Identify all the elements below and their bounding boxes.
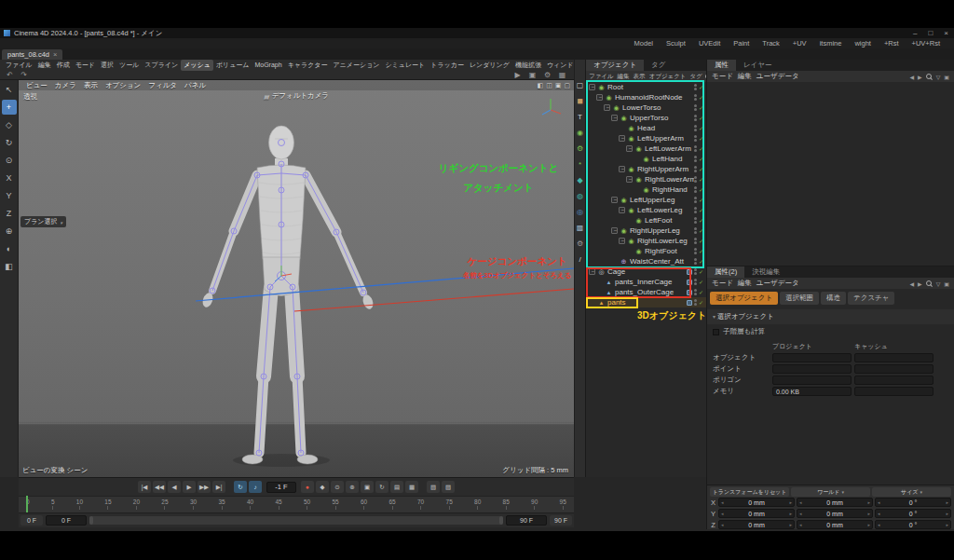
info-mode-button[interactable]: 選択オブジェクト (710, 292, 778, 305)
visibility-dots[interactable] (694, 94, 697, 101)
tree-row[interactable]: Head (586, 123, 706, 133)
menu-item[interactable]: 編集 (35, 60, 54, 71)
record-position-toggle[interactable]: ⊕ (346, 481, 359, 493)
enabled-check-icon[interactable] (699, 186, 704, 193)
menu-item[interactable]: アニメーション (330, 60, 382, 71)
enabled-check-icon[interactable] (699, 166, 704, 172)
next-frame-button[interactable]: ▶▶ (198, 481, 211, 493)
loop-toggle[interactable]: ↻ (234, 481, 247, 493)
object-manager-menu-item[interactable]: 編集 (617, 73, 631, 81)
menu-item[interactable]: シミュレート (382, 60, 428, 71)
lock-panel-icon[interactable] (944, 280, 949, 288)
settings-gear-icon[interactable]: ⚙ (577, 240, 583, 248)
range-track[interactable] (89, 516, 503, 525)
position-field[interactable]: 0 mm (718, 498, 795, 507)
cube-primitive-icon[interactable]: ◼ (577, 98, 583, 105)
last-used-tool[interactable]: ⊙ (2, 153, 17, 168)
generator-icon[interactable]: ⚙ (577, 145, 583, 153)
visibility-dots[interactable] (694, 238, 697, 244)
tree-row[interactable]: HumanoidRootNode (586, 92, 706, 102)
enabled-check-icon[interactable] (699, 289, 704, 295)
info-mode-button[interactable]: テクスチャ (848, 292, 894, 305)
object-manager-tab[interactable]: タグ (644, 60, 673, 71)
search-icon[interactable] (926, 74, 933, 80)
object-manager-menu-item[interactable]: オブジェクト (648, 73, 688, 81)
info-mode-button[interactable]: 選択範囲 (780, 292, 819, 305)
document-tab-close-icon[interactable]: × (53, 50, 57, 59)
visibility-dots[interactable] (694, 186, 697, 193)
position-field[interactable]: 0 mm (718, 520, 795, 529)
tree-row[interactable]: RightLowerArm (586, 174, 706, 184)
visibility-dots[interactable] (694, 84, 697, 90)
divider[interactable] (227, 481, 232, 493)
visibility-dots[interactable] (694, 227, 697, 234)
menu-item[interactable]: ツール (116, 60, 142, 71)
layout-tab[interactable]: Sculpt (660, 38, 692, 48)
go-to-end-button[interactable]: ▶| (212, 481, 225, 493)
visibility-dots[interactable] (694, 166, 697, 172)
expander-icon[interactable] (619, 207, 625, 213)
scale-tool[interactable]: ◇ (2, 117, 17, 132)
tree-row[interactable]: LeftLowerArm (586, 143, 706, 154)
rotation-field[interactable]: 0 ° (875, 509, 951, 518)
solo-toggle[interactable]: ▨ (442, 481, 455, 493)
expander-icon[interactable] (596, 94, 603, 101)
enabled-check-icon[interactable] (699, 238, 704, 244)
tree-row[interactable]: Root (586, 82, 706, 92)
menu-item[interactable]: モード (73, 60, 98, 71)
enabled-check-icon[interactable] (699, 227, 704, 234)
keyframe-selection-toggle[interactable]: ⊙ (331, 481, 344, 493)
render-view-icon[interactable]: ▶ (511, 71, 524, 80)
object-manager-menu-item[interactable]: 表示 (633, 73, 647, 81)
expander-icon[interactable] (619, 166, 625, 172)
enabled-check-icon[interactable] (699, 258, 704, 265)
snap-toggle[interactable]: ◧ (2, 259, 17, 274)
visibility-dots[interactable] (694, 299, 697, 306)
layout-tab[interactable]: +Rst (878, 38, 906, 48)
visibility-dots[interactable] (694, 115, 697, 121)
close-button[interactable]: × (938, 28, 954, 38)
tree-row[interactable]: RightHand (586, 184, 706, 195)
tree-row[interactable]: UpperTorso (586, 113, 706, 123)
record-scale-toggle[interactable]: ▣ (361, 481, 374, 493)
volume-icon[interactable]: ◆ (577, 177, 582, 184)
enabled-check-icon[interactable] (699, 125, 704, 131)
enabled-check-icon[interactable] (699, 135, 704, 142)
tree-row[interactable]: LeftLowerLeg (586, 205, 706, 215)
rotation-field[interactable]: 0 ° (875, 498, 951, 507)
layout-tab[interactable]: +UV+Rst (906, 38, 947, 48)
enabled-check-icon[interactable] (699, 104, 704, 111)
history-back-icon[interactable] (909, 73, 914, 81)
timeline-ruler[interactable]: 05101520253035404550556065707580859095 (19, 496, 574, 512)
expander-icon[interactable] (589, 84, 595, 90)
enabled-check-icon[interactable] (699, 207, 704, 213)
attribute-tab[interactable]: 属性 (707, 60, 736, 71)
play-button[interactable]: ▶ (183, 481, 196, 493)
lock-z-axis-toggle[interactable]: Z (2, 206, 17, 221)
range-end-stepper[interactable]: 90 F (550, 515, 572, 526)
expander-icon[interactable] (611, 197, 618, 203)
expander-icon[interactable] (611, 115, 618, 121)
calc-children-checkbox[interactable] (713, 329, 719, 335)
menu-item[interactable]: 作成 (54, 60, 73, 71)
redo-button[interactable]: ↷ (18, 71, 30, 80)
attribute-tab[interactable]: 決視編集 (744, 266, 787, 278)
attribute-tab[interactable]: レイヤー (736, 60, 780, 71)
lock-x-axis-toggle[interactable]: X (2, 171, 17, 185)
record-button[interactable]: ● (301, 481, 314, 493)
visibility-dots[interactable] (694, 217, 697, 224)
render-settings-icon[interactable]: ⚙ (541, 71, 553, 80)
coordinate-dropdown[interactable]: ワールド (791, 487, 870, 497)
range-end-field[interactable]: 90 F (506, 515, 547, 526)
tree-row[interactable]: RightUpperLeg (586, 225, 706, 236)
object-manager-menu-item[interactable]: ファイル (588, 73, 615, 81)
layout-tab[interactable]: itsmine (813, 38, 849, 48)
visibility-dots[interactable] (694, 248, 697, 254)
enabled-check-icon[interactable] (699, 94, 704, 101)
layout-tab[interactable]: +UV (786, 38, 813, 48)
current-frame-field[interactable]: -1 F (266, 482, 296, 493)
layout-tab[interactable]: UVEdit (692, 38, 727, 48)
menu-item[interactable]: ボリューム (213, 60, 252, 71)
text-spline-icon[interactable]: T (578, 114, 582, 121)
rotate-tool[interactable]: ↻ (2, 135, 17, 150)
